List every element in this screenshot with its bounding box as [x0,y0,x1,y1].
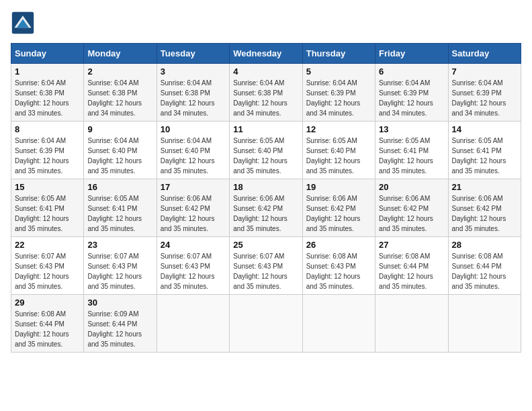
day-detail: Sunrise: 6:05 AM Sunset: 6:41 PM Dayligh… [452,136,517,176]
day-detail: Sunrise: 6:04 AM Sunset: 6:40 PM Dayligh… [161,136,226,176]
day-detail: Sunrise: 6:04 AM Sunset: 6:38 PM Dayligh… [15,78,80,118]
day-detail: Sunrise: 6:04 AM Sunset: 6:39 PM Dayligh… [15,136,80,176]
day-cell-23: 23 Sunrise: 6:07 AM Sunset: 6:43 PM Dayl… [84,237,157,295]
day-detail: Sunrise: 6:08 AM Sunset: 6:43 PM Dayligh… [306,251,371,291]
day-cell-20: 20 Sunrise: 6:06 AM Sunset: 6:42 PM Dayl… [375,179,448,237]
day-number: 28 [452,240,517,250]
day-detail: Sunrise: 6:05 AM Sunset: 6:41 PM Dayligh… [87,193,152,234]
day-detail: Sunrise: 6:09 AM Sunset: 6:44 PM Dayligh… [87,309,152,349]
day-cell-8: 8 Sunrise: 6:04 AM Sunset: 6:39 PM Dayli… [11,122,84,179]
day-cell-14: 14 Sunrise: 6:05 AM Sunset: 6:41 PM Dayl… [448,122,521,179]
day-detail: Sunrise: 6:04 AM Sunset: 6:39 PM Dayligh… [379,78,444,118]
day-cell-27: 27 Sunrise: 6:08 AM Sunset: 6:44 PM Dayl… [375,237,448,295]
day-cell-4: 4 Sunrise: 6:04 AM Sunset: 6:38 PM Dayli… [230,64,302,122]
day-number: 3 [161,66,226,77]
day-number: 12 [306,124,371,134]
day-number: 2 [87,66,152,77]
day-number: 26 [306,240,371,250]
day-cell-17: 17 Sunrise: 6:06 AM Sunset: 6:42 PM Dayl… [157,179,229,237]
day-detail: Sunrise: 6:04 AM Sunset: 6:38 PM Dayligh… [233,78,298,118]
day-cell-1: 1 Sunrise: 6:04 AM Sunset: 6:38 PM Dayli… [11,64,84,122]
day-number: 9 [87,124,152,134]
day-detail: Sunrise: 6:06 AM Sunset: 6:42 PM Dayligh… [306,193,371,234]
day-detail: Sunrise: 6:07 AM Sunset: 6:43 PM Dayligh… [87,251,152,291]
day-number: 19 [306,182,371,192]
header-tuesday: Tuesday [157,44,229,64]
day-cell-19: 19 Sunrise: 6:06 AM Sunset: 6:42 PM Dayl… [302,179,375,237]
day-number: 4 [233,66,298,77]
day-cell-12: 12 Sunrise: 6:05 AM Sunset: 6:40 PM Dayl… [302,122,375,179]
day-number: 6 [379,66,444,77]
day-detail: Sunrise: 6:05 AM Sunset: 6:40 PM Dayligh… [233,136,298,176]
day-detail: Sunrise: 6:05 AM Sunset: 6:40 PM Dayligh… [306,136,371,176]
calendar-row: 8 Sunrise: 6:04 AM Sunset: 6:39 PM Dayli… [11,122,521,179]
day-number: 7 [452,66,517,77]
day-number: 29 [15,298,80,308]
day-cell-21: 21 Sunrise: 6:06 AM Sunset: 6:42 PM Dayl… [448,179,521,237]
empty-cell [448,295,521,353]
day-detail: Sunrise: 6:05 AM Sunset: 6:41 PM Dayligh… [15,193,80,234]
day-cell-15: 15 Sunrise: 6:05 AM Sunset: 6:41 PM Dayl… [11,179,84,237]
logo [11,11,38,35]
day-detail: Sunrise: 6:04 AM Sunset: 6:38 PM Dayligh… [87,78,152,118]
day-detail: Sunrise: 6:07 AM Sunset: 6:43 PM Dayligh… [15,251,80,291]
day-detail: Sunrise: 6:06 AM Sunset: 6:42 PM Dayligh… [379,193,444,234]
day-number: 16 [87,182,152,192]
day-cell-25: 25 Sunrise: 6:07 AM Sunset: 6:43 PM Dayl… [230,237,302,295]
day-cell-24: 24 Sunrise: 6:07 AM Sunset: 6:43 PM Dayl… [157,237,229,295]
day-cell-7: 7 Sunrise: 6:04 AM Sunset: 6:39 PM Dayli… [448,64,521,122]
day-cell-2: 2 Sunrise: 6:04 AM Sunset: 6:38 PM Dayli… [84,64,157,122]
day-cell-11: 11 Sunrise: 6:05 AM Sunset: 6:40 PM Dayl… [230,122,302,179]
day-cell-22: 22 Sunrise: 6:07 AM Sunset: 6:43 PM Dayl… [11,237,84,295]
day-cell-30: 30 Sunrise: 6:09 AM Sunset: 6:44 PM Dayl… [84,295,157,353]
day-number: 11 [233,124,298,134]
day-number: 21 [452,182,517,192]
day-number: 8 [15,124,80,134]
day-number: 5 [306,66,371,77]
day-detail: Sunrise: 6:08 AM Sunset: 6:44 PM Dayligh… [15,309,80,349]
day-detail: Sunrise: 6:08 AM Sunset: 6:44 PM Dayligh… [452,251,517,291]
calendar-row: 22 Sunrise: 6:07 AM Sunset: 6:43 PM Dayl… [11,237,521,295]
day-cell-18: 18 Sunrise: 6:06 AM Sunset: 6:42 PM Dayl… [230,179,302,237]
day-detail: Sunrise: 6:07 AM Sunset: 6:43 PM Dayligh… [161,251,226,291]
day-number: 17 [161,182,226,192]
day-cell-28: 28 Sunrise: 6:08 AM Sunset: 6:44 PM Dayl… [448,237,521,295]
day-cell-6: 6 Sunrise: 6:04 AM Sunset: 6:39 PM Dayli… [375,64,448,122]
empty-cell [302,295,375,353]
day-number: 18 [233,182,298,192]
calendar-row: 15 Sunrise: 6:05 AM Sunset: 6:41 PM Dayl… [11,179,521,237]
day-number: 22 [15,240,80,250]
header-wednesday: Wednesday [230,44,302,64]
logo-icon [11,11,35,35]
day-number: 23 [87,240,152,250]
day-number: 30 [87,298,152,308]
header-thursday: Thursday [302,44,375,64]
day-detail: Sunrise: 6:04 AM Sunset: 6:38 PM Dayligh… [161,78,226,118]
day-detail: Sunrise: 6:07 AM Sunset: 6:43 PM Dayligh… [233,251,298,291]
empty-cell [230,295,302,353]
day-cell-5: 5 Sunrise: 6:04 AM Sunset: 6:39 PM Dayli… [302,64,375,122]
header-sunday: Sunday [11,44,84,64]
day-detail: Sunrise: 6:06 AM Sunset: 6:42 PM Dayligh… [161,193,226,234]
calendar-table: Sunday Monday Tuesday Wednesday Thursday… [11,43,521,353]
day-detail: Sunrise: 6:06 AM Sunset: 6:42 PM Dayligh… [452,193,517,234]
day-detail: Sunrise: 6:05 AM Sunset: 6:41 PM Dayligh… [379,136,444,176]
day-number: 20 [379,182,444,192]
day-detail: Sunrise: 6:08 AM Sunset: 6:44 PM Dayligh… [379,251,444,291]
day-number: 1 [15,66,80,77]
calendar-row: 29 Sunrise: 6:08 AM Sunset: 6:44 PM Dayl… [11,295,521,353]
empty-cell [157,295,229,353]
day-cell-13: 13 Sunrise: 6:05 AM Sunset: 6:41 PM Dayl… [375,122,448,179]
page-header [11,11,521,35]
day-detail: Sunrise: 6:04 AM Sunset: 6:39 PM Dayligh… [452,78,517,118]
header-saturday: Saturday [448,44,521,64]
day-cell-9: 9 Sunrise: 6:04 AM Sunset: 6:40 PM Dayli… [84,122,157,179]
day-cell-10: 10 Sunrise: 6:04 AM Sunset: 6:40 PM Dayl… [157,122,229,179]
day-number: 10 [161,124,226,134]
day-detail: Sunrise: 6:04 AM Sunset: 6:39 PM Dayligh… [306,78,371,118]
day-number: 27 [379,240,444,250]
header-friday: Friday [375,44,448,64]
day-cell-16: 16 Sunrise: 6:05 AM Sunset: 6:41 PM Dayl… [84,179,157,237]
day-cell-29: 29 Sunrise: 6:08 AM Sunset: 6:44 PM Dayl… [11,295,84,353]
day-number: 25 [233,240,298,250]
